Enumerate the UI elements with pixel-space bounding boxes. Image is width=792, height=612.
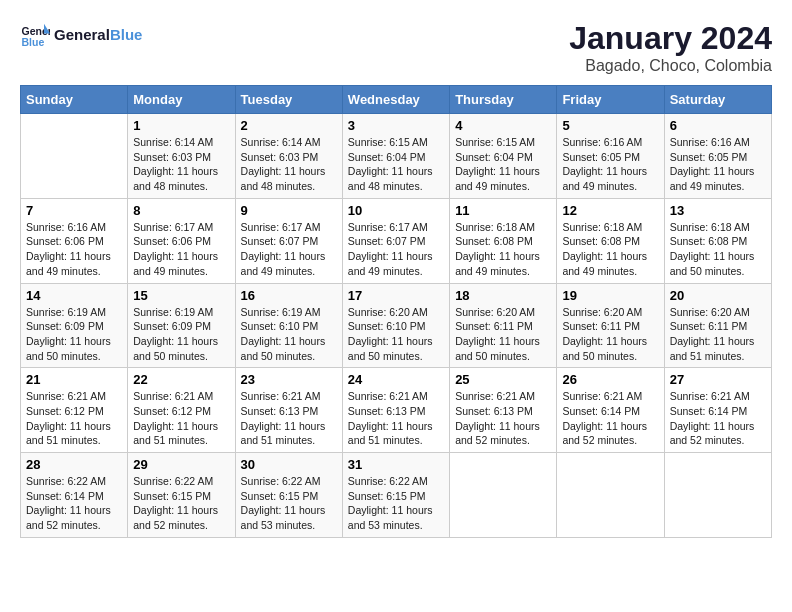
day-cell: 4Sunrise: 6:15 AMSunset: 6:04 PMDaylight… [450,114,557,199]
day-number: 21 [26,372,122,387]
logo: General Blue GeneralBlue [20,20,142,50]
day-number: 3 [348,118,444,133]
calendar-subtitle: Bagado, Choco, Colombia [569,57,772,75]
day-cell: 7Sunrise: 6:16 AMSunset: 6:06 PMDaylight… [21,198,128,283]
day-number: 23 [241,372,337,387]
day-cell: 30Sunrise: 6:22 AMSunset: 6:15 PMDayligh… [235,453,342,538]
logo-general: General [54,26,110,43]
day-cell: 27Sunrise: 6:21 AMSunset: 6:14 PMDayligh… [664,368,771,453]
day-info: Sunrise: 6:19 AMSunset: 6:09 PMDaylight:… [26,305,122,364]
day-number: 26 [562,372,658,387]
day-number: 15 [133,288,229,303]
calendar-title: January 2024 [569,20,772,57]
day-cell: 14Sunrise: 6:19 AMSunset: 6:09 PMDayligh… [21,283,128,368]
day-number: 6 [670,118,766,133]
header-row: SundayMondayTuesdayWednesdayThursdayFrid… [21,86,772,114]
day-info: Sunrise: 6:20 AMSunset: 6:11 PMDaylight:… [455,305,551,364]
title-area: January 2024 Bagado, Choco, Colombia [569,20,772,75]
day-number: 2 [241,118,337,133]
day-number: 13 [670,203,766,218]
day-number: 19 [562,288,658,303]
day-info: Sunrise: 6:14 AMSunset: 6:03 PMDaylight:… [133,135,229,194]
day-cell: 16Sunrise: 6:19 AMSunset: 6:10 PMDayligh… [235,283,342,368]
day-cell: 15Sunrise: 6:19 AMSunset: 6:09 PMDayligh… [128,283,235,368]
day-info: Sunrise: 6:14 AMSunset: 6:03 PMDaylight:… [241,135,337,194]
day-number: 22 [133,372,229,387]
day-cell [557,453,664,538]
day-number: 30 [241,457,337,472]
day-cell [450,453,557,538]
day-info: Sunrise: 6:20 AMSunset: 6:10 PMDaylight:… [348,305,444,364]
day-info: Sunrise: 6:21 AMSunset: 6:12 PMDaylight:… [133,389,229,448]
day-cell: 20Sunrise: 6:20 AMSunset: 6:11 PMDayligh… [664,283,771,368]
day-cell: 26Sunrise: 6:21 AMSunset: 6:14 PMDayligh… [557,368,664,453]
day-cell: 3Sunrise: 6:15 AMSunset: 6:04 PMDaylight… [342,114,449,199]
day-number: 4 [455,118,551,133]
header-cell-wednesday: Wednesday [342,86,449,114]
day-number: 27 [670,372,766,387]
day-number: 10 [348,203,444,218]
day-cell: 2Sunrise: 6:14 AMSunset: 6:03 PMDaylight… [235,114,342,199]
day-info: Sunrise: 6:18 AMSunset: 6:08 PMDaylight:… [670,220,766,279]
header: General Blue GeneralBlue January 2024 Ba… [20,20,772,75]
day-number: 7 [26,203,122,218]
header-cell-tuesday: Tuesday [235,86,342,114]
day-cell [664,453,771,538]
day-cell: 22Sunrise: 6:21 AMSunset: 6:12 PMDayligh… [128,368,235,453]
day-info: Sunrise: 6:21 AMSunset: 6:13 PMDaylight:… [348,389,444,448]
day-info: Sunrise: 6:21 AMSunset: 6:12 PMDaylight:… [26,389,122,448]
week-row-3: 14Sunrise: 6:19 AMSunset: 6:09 PMDayligh… [21,283,772,368]
day-cell: 24Sunrise: 6:21 AMSunset: 6:13 PMDayligh… [342,368,449,453]
day-info: Sunrise: 6:17 AMSunset: 6:07 PMDaylight:… [241,220,337,279]
day-info: Sunrise: 6:18 AMSunset: 6:08 PMDaylight:… [562,220,658,279]
day-info: Sunrise: 6:22 AMSunset: 6:14 PMDaylight:… [26,474,122,533]
header-cell-sunday: Sunday [21,86,128,114]
day-info: Sunrise: 6:20 AMSunset: 6:11 PMDaylight:… [670,305,766,364]
day-cell: 5Sunrise: 6:16 AMSunset: 6:05 PMDaylight… [557,114,664,199]
day-cell: 18Sunrise: 6:20 AMSunset: 6:11 PMDayligh… [450,283,557,368]
week-row-1: 1Sunrise: 6:14 AMSunset: 6:03 PMDaylight… [21,114,772,199]
header-cell-saturday: Saturday [664,86,771,114]
header-cell-monday: Monday [128,86,235,114]
day-cell: 23Sunrise: 6:21 AMSunset: 6:13 PMDayligh… [235,368,342,453]
day-cell: 11Sunrise: 6:18 AMSunset: 6:08 PMDayligh… [450,198,557,283]
day-cell: 13Sunrise: 6:18 AMSunset: 6:08 PMDayligh… [664,198,771,283]
day-info: Sunrise: 6:16 AMSunset: 6:05 PMDaylight:… [670,135,766,194]
day-cell: 31Sunrise: 6:22 AMSunset: 6:15 PMDayligh… [342,453,449,538]
day-cell: 1Sunrise: 6:14 AMSunset: 6:03 PMDaylight… [128,114,235,199]
day-number: 12 [562,203,658,218]
logo-icon: General Blue [20,20,50,50]
day-info: Sunrise: 6:15 AMSunset: 6:04 PMDaylight:… [348,135,444,194]
day-number: 25 [455,372,551,387]
day-info: Sunrise: 6:17 AMSunset: 6:07 PMDaylight:… [348,220,444,279]
svg-text:Blue: Blue [22,36,45,48]
calendar-table: SundayMondayTuesdayWednesdayThursdayFrid… [20,85,772,538]
day-number: 14 [26,288,122,303]
day-info: Sunrise: 6:22 AMSunset: 6:15 PMDaylight:… [133,474,229,533]
day-cell: 29Sunrise: 6:22 AMSunset: 6:15 PMDayligh… [128,453,235,538]
week-row-2: 7Sunrise: 6:16 AMSunset: 6:06 PMDaylight… [21,198,772,283]
logo-blue: Blue [110,26,143,43]
day-number: 1 [133,118,229,133]
day-cell: 6Sunrise: 6:16 AMSunset: 6:05 PMDaylight… [664,114,771,199]
day-info: Sunrise: 6:17 AMSunset: 6:06 PMDaylight:… [133,220,229,279]
week-row-4: 21Sunrise: 6:21 AMSunset: 6:12 PMDayligh… [21,368,772,453]
day-number: 11 [455,203,551,218]
day-info: Sunrise: 6:22 AMSunset: 6:15 PMDaylight:… [241,474,337,533]
day-cell: 28Sunrise: 6:22 AMSunset: 6:14 PMDayligh… [21,453,128,538]
day-number: 31 [348,457,444,472]
day-cell [21,114,128,199]
day-info: Sunrise: 6:19 AMSunset: 6:09 PMDaylight:… [133,305,229,364]
day-cell: 10Sunrise: 6:17 AMSunset: 6:07 PMDayligh… [342,198,449,283]
day-number: 29 [133,457,229,472]
day-info: Sunrise: 6:16 AMSunset: 6:06 PMDaylight:… [26,220,122,279]
day-number: 20 [670,288,766,303]
day-cell: 12Sunrise: 6:18 AMSunset: 6:08 PMDayligh… [557,198,664,283]
day-number: 17 [348,288,444,303]
day-number: 16 [241,288,337,303]
day-info: Sunrise: 6:21 AMSunset: 6:13 PMDaylight:… [455,389,551,448]
day-info: Sunrise: 6:15 AMSunset: 6:04 PMDaylight:… [455,135,551,194]
day-info: Sunrise: 6:20 AMSunset: 6:11 PMDaylight:… [562,305,658,364]
day-cell: 17Sunrise: 6:20 AMSunset: 6:10 PMDayligh… [342,283,449,368]
day-number: 28 [26,457,122,472]
